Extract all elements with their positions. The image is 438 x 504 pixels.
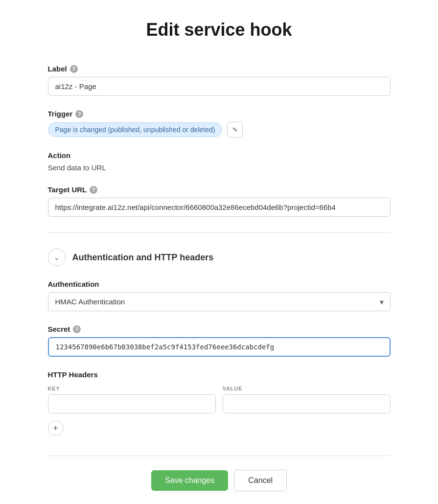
action-field-label: Action [48, 151, 391, 160]
cancel-button[interactable]: Cancel [234, 470, 287, 491]
auth-section-header: ⌄ Authentication and HTTP headers [48, 249, 391, 266]
add-header-row-button[interactable]: + [48, 420, 64, 436]
label-text: Label [48, 65, 67, 73]
save-button[interactable]: Save changes [151, 470, 228, 491]
label-section: Label ? [48, 65, 391, 96]
action-value: Send data to URL [48, 163, 391, 172]
section-divider [48, 232, 391, 233]
header-key-input[interactable] [48, 394, 216, 413]
action-section: Action Send data to URL [48, 151, 391, 172]
label-field-label: Label ? [48, 65, 391, 73]
headers-grid: KEY VALUE [48, 386, 391, 413]
target-url-help-icon[interactable]: ? [90, 186, 97, 194]
trigger-section: Trigger ? Page is changed (published, un… [48, 110, 391, 137]
value-column-label: VALUE [223, 386, 391, 391]
target-url-section: Target URL ? [48, 185, 391, 217]
key-column: KEY [48, 386, 216, 413]
chevron-down-toggle-icon: ⌄ [54, 253, 60, 261]
key-column-label: KEY [48, 386, 216, 391]
footer-divider [48, 456, 391, 456]
value-column: VALUE [223, 386, 391, 413]
section-toggle-button[interactable]: ⌄ [48, 249, 66, 266]
trigger-edit-button[interactable]: ✎ [227, 122, 243, 137]
trigger-badge: Page is changed (published, unpublished … [48, 122, 223, 137]
plus-icon: + [53, 423, 58, 434]
label-input[interactable] [48, 77, 391, 96]
target-url-input[interactable] [48, 198, 391, 217]
http-headers-label: HTTP Headers [48, 370, 391, 379]
secret-label-text: Secret [48, 325, 70, 333]
auth-field-label: Authentication [48, 280, 391, 288]
target-url-field-label: Target URL ? [48, 185, 391, 194]
auth-select[interactable]: HMAC Authentication None Basic Authentic… [48, 292, 391, 311]
page-title: Edit service hook [48, 20, 391, 40]
edit-icon: ✎ [232, 126, 238, 134]
action-label-text: Action [48, 151, 71, 160]
trigger-label-text: Trigger [48, 110, 73, 118]
secret-input[interactable] [48, 337, 391, 357]
label-help-icon[interactable]: ? [70, 65, 78, 73]
secret-section: Secret ? [48, 325, 391, 357]
http-headers-section: HTTP Headers KEY VALUE + [48, 370, 391, 436]
auth-label-text: Authentication [48, 280, 99, 288]
auth-section-title: Authentication and HTTP headers [72, 252, 214, 263]
authentication-section: Authentication HMAC Authentication None … [48, 280, 391, 311]
header-value-input[interactable] [223, 394, 391, 413]
auth-select-wrapper: HMAC Authentication None Basic Authentic… [48, 292, 391, 311]
secret-help-icon[interactable]: ? [73, 325, 81, 333]
trigger-field-label: Trigger ? [48, 110, 391, 118]
secret-field-label: Secret ? [48, 325, 391, 333]
trigger-help-icon[interactable]: ? [75, 110, 83, 118]
target-url-label-text: Target URL [48, 185, 87, 194]
trigger-row: Page is changed (published, unpublished … [48, 122, 391, 137]
footer-actions: Save changes Cancel [48, 470, 391, 491]
